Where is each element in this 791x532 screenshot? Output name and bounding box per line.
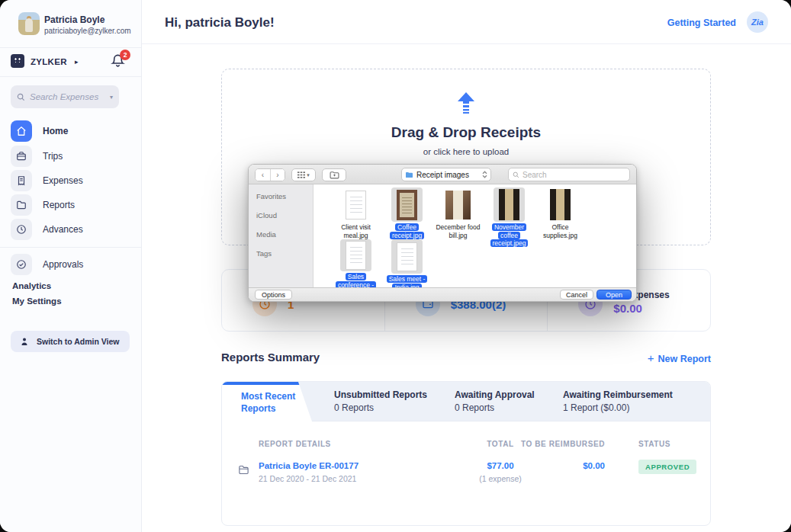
cancel-button[interactable]: Cancel xyxy=(560,290,593,300)
file-grid: Client visit meal.jpg Coffee receipt.jpg… xyxy=(314,184,636,287)
new-folder-button[interactable] xyxy=(322,168,346,181)
location-dropdown[interactable]: Receipt images xyxy=(401,168,491,181)
column-header-to-be-reimbursed: TO BE REIMBURSED xyxy=(498,440,605,448)
updown-chevrons-icon xyxy=(482,171,487,178)
reports-summary-panel: Most Recent Reports Unsubmitted Reports … xyxy=(221,381,711,526)
reports-summary-header: Reports Summary +New Report xyxy=(221,349,711,367)
file-item[interactable]: Sales meet - India.jpg xyxy=(381,239,432,291)
divider xyxy=(0,76,141,77)
sidebar-link-analytics[interactable]: Analytics xyxy=(12,281,51,290)
file-item[interactable]: November coffee receipt.jpeg xyxy=(484,187,535,239)
upload-arrow-icon xyxy=(457,92,475,114)
admin-person-icon xyxy=(20,337,29,347)
sidebar-item-expenses[interactable]: Expenses xyxy=(11,169,131,192)
new-folder-icon xyxy=(330,171,339,179)
dropzone-subtitle: or click here to upload xyxy=(222,147,710,156)
status-badge: APPROVED xyxy=(638,460,696,474)
column-header-status: STATUS xyxy=(638,440,670,448)
sidebar-section-media[interactable]: Media xyxy=(256,230,313,239)
user-name: Patricia Boyle xyxy=(44,14,105,25)
view-options-button[interactable]: ▾ xyxy=(291,168,316,181)
file-thumbnail xyxy=(445,191,471,220)
tab-awaiting-reimbursement[interactable]: Awaiting Reimbursement 1 Report ($0.00) xyxy=(563,389,673,413)
clock-icon xyxy=(11,219,32,240)
zia-assistant-button[interactable]: Zia xyxy=(747,11,768,33)
greeting-title: Hi, patricia Boyle! xyxy=(165,15,275,30)
forward-button[interactable]: › xyxy=(270,169,285,181)
file-thumbnail xyxy=(346,191,366,220)
sidebar-item-trips[interactable]: Trips xyxy=(11,145,131,168)
sidebar-link-my-settings[interactable]: My Settings xyxy=(12,296,62,306)
divider xyxy=(0,247,141,248)
new-report-button[interactable]: +New Report xyxy=(648,351,711,364)
column-header-report-details: REPORT DETAILS xyxy=(259,440,331,448)
switch-to-admin-view-button[interactable]: Switch to Admin View xyxy=(11,331,130,352)
receipt-icon xyxy=(11,170,32,191)
report-folder-icon xyxy=(237,464,250,479)
avatar[interactable] xyxy=(18,12,40,35)
search-icon xyxy=(17,93,25,101)
dialog-search-field[interactable]: Search xyxy=(508,168,630,181)
home-icon xyxy=(11,120,32,142)
stat-unreported-value: $0.00 xyxy=(613,302,669,315)
tab-most-recent-reports[interactable]: Most Recent Reports xyxy=(222,382,312,421)
sidebar-item-approvals[interactable]: Approvals xyxy=(11,253,131,276)
report-reimbursed-amount: $0.00 xyxy=(498,461,605,470)
file-item[interactable]: Sales conference - UK.jpg xyxy=(330,239,381,291)
file-item[interactable]: Client visit meal.jpg xyxy=(330,187,381,239)
open-button[interactable]: Open xyxy=(596,290,632,300)
sidebar-item-home[interactable]: Home xyxy=(11,120,131,143)
dialog-search-placeholder: Search xyxy=(523,171,547,179)
sidebar: Patricia Boyle patriciaboyle@zylker.com … xyxy=(0,0,142,532)
dialog-sidebar: Favorites iCloud Media Tags xyxy=(249,184,314,287)
back-button[interactable]: ‹ xyxy=(256,169,270,181)
options-button[interactable]: Options xyxy=(255,290,292,300)
sidebar-section-tags[interactable]: Tags xyxy=(256,249,313,258)
file-thumbnail xyxy=(397,190,417,220)
user-email: patriciaboyle@zylker.com xyxy=(44,27,131,35)
sidebar-section-icloud[interactable]: iCloud xyxy=(256,211,313,220)
org-name[interactable]: ZYLKER xyxy=(31,57,67,66)
file-thumbnail xyxy=(346,241,366,270)
dropzone-title: Drag & Drop Receipts xyxy=(222,124,710,141)
file-item[interactable]: Coffee receipt.jpg xyxy=(381,187,432,239)
file-thumbnail xyxy=(499,189,519,220)
file-item[interactable]: December food bill.jpg xyxy=(432,187,484,239)
briefcase-icon xyxy=(11,146,32,167)
folder-icon xyxy=(11,194,32,216)
tab-unsubmitted-reports[interactable]: Unsubmitted Reports 0 Reports xyxy=(334,389,427,413)
dialog-toolbar: ‹ › ▾ Receipt images Search xyxy=(249,165,636,184)
search-input[interactable]: Search Expenses ▾ xyxy=(11,85,119,108)
tab-awaiting-approval[interactable]: Awaiting Approval 0 Reports xyxy=(455,389,535,413)
dialog-footer: Options Cancel Open xyxy=(249,287,636,301)
tabs-bar: Most Recent Reports Unsubmitted Reports … xyxy=(222,382,710,421)
location-name: Receipt images xyxy=(416,171,479,179)
file-picker-dialog: ‹ › ▾ Receipt images Search Favori xyxy=(248,164,637,302)
reports-summary-title: Reports Summary xyxy=(221,351,320,364)
sidebar-item-advances[interactable]: Advances xyxy=(11,218,131,241)
file-thumbnail xyxy=(397,242,417,271)
divider xyxy=(0,47,141,48)
sidebar-item-reports[interactable]: Reports xyxy=(11,194,131,216)
check-circle-icon xyxy=(11,254,32,275)
grid-view-icon xyxy=(297,171,305,178)
org-caret-icon: ▸ xyxy=(75,58,79,66)
notification-bell-icon[interactable]: 2 xyxy=(111,53,126,69)
nav-buttons: ‹ › xyxy=(255,168,285,181)
report-date-range: 21 Dec 2020 - 21 Dec 2021 xyxy=(259,474,356,483)
search-icon xyxy=(513,171,519,178)
plus-icon: + xyxy=(648,351,654,364)
file-item[interactable]: Office supplies.jpg xyxy=(535,187,586,239)
report-name-link[interactable]: Patricia Boyle ER-00177 xyxy=(259,461,359,470)
folder-icon xyxy=(405,171,413,178)
sidebar-section-favorites[interactable]: Favorites xyxy=(256,192,313,200)
report-expense-count: (1 expense) xyxy=(455,474,546,483)
chevron-down-icon: ▾ xyxy=(307,172,310,178)
notification-badge: 2 xyxy=(120,50,130,60)
org-logo-icon xyxy=(11,54,24,68)
dialog-body: Favorites iCloud Media Tags Client visit… xyxy=(249,184,636,287)
file-thumbnail xyxy=(550,189,571,220)
getting-started-link[interactable]: Getting Started xyxy=(667,18,736,28)
app-window: Patricia Boyle patriciaboyle@zylker.com … xyxy=(0,0,791,532)
chevron-down-icon[interactable]: ▾ xyxy=(110,94,113,101)
